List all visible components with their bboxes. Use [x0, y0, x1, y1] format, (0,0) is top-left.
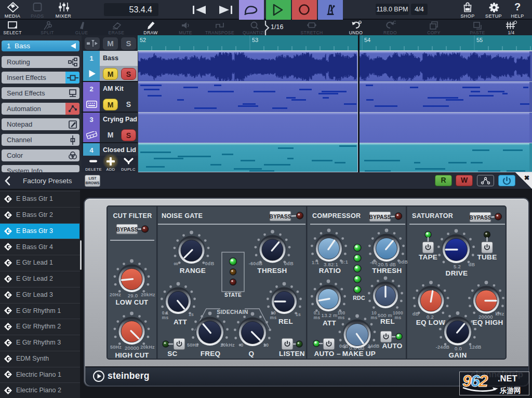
svg-text:.NET: .NET [498, 374, 517, 383]
svg-text:962: 962 [462, 372, 488, 390]
svg-text:乐游网: 乐游网 [499, 387, 521, 394]
